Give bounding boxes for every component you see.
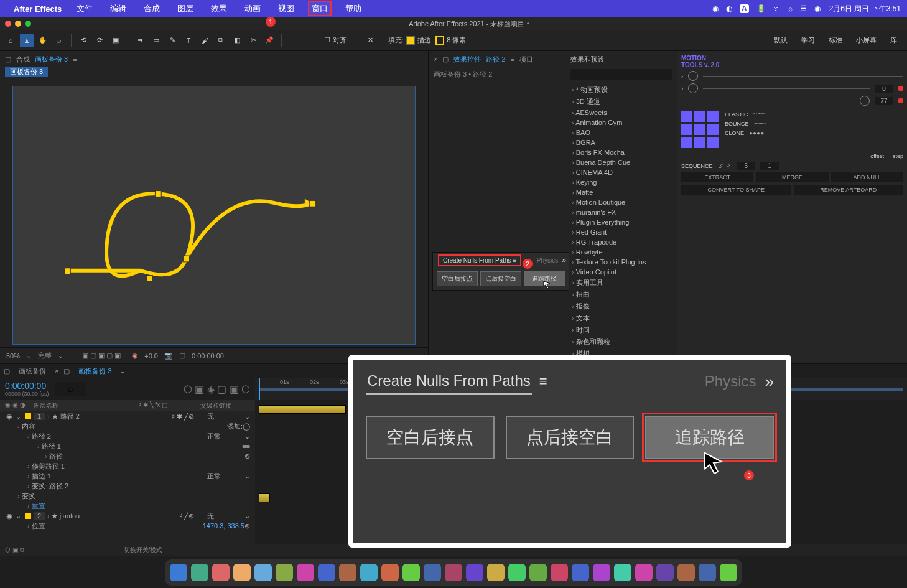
effects-item[interactable]: BGRA [568,138,674,147]
menu-animation[interactable]: 动画 [241,1,264,16]
layer-row[interactable]: ◉⌄1★ 路径 2♯ ✱ ╱⊚无⌄ [0,411,255,421]
timeline-search[interactable]: ⌕ [55,382,86,396]
dock-app-icon[interactable] [487,564,505,581]
effects-item[interactable]: 文本 [568,312,674,324]
effect-controls-tab[interactable]: 效果控件 [454,55,481,64]
zoom-tab-nulls[interactable]: Create Nulls From Paths [366,368,532,395]
snap-icon[interactable]: ✕ [368,36,373,44]
dock-app-icon[interactable] [508,564,526,581]
ease-handle[interactable] [860,96,870,106]
dock-app-icon[interactable] [656,564,674,581]
hamburger-icon[interactable]: ≡ [539,373,547,390]
dock-app-icon[interactable] [276,564,293,581]
roto-tool[interactable]: ✂ [246,34,260,47]
zoom-points-follow-button[interactable]: 空白后接点 [366,416,495,459]
fill-swatch[interactable] [406,36,415,45]
eraser-tool[interactable]: ◧ [230,34,244,47]
more-icon[interactable]: » [765,372,774,391]
effects-item[interactable]: Motion Boutique [568,197,674,207]
workspace-default[interactable]: 默认 [774,35,788,45]
dock-app-icon[interactable] [170,564,187,581]
brush-tool[interactable]: 🖌 [198,34,212,47]
more-icon[interactable]: » [562,256,566,264]
dock-app-icon[interactable] [593,564,610,581]
effects-item[interactable]: CINEMA 4D [568,167,674,177]
dock-app-icon[interactable] [614,564,631,581]
zoom-tab-physics[interactable]: Physics [705,373,756,390]
physics-tab[interactable]: Physics [537,257,558,264]
workspace-small[interactable]: 小屏幕 [856,35,877,45]
dock-app-icon[interactable] [381,564,399,581]
puppet-tool[interactable]: 📌 [263,34,276,47]
viewer-breadcrumb[interactable]: 画板备份 3 [5,67,48,77]
menu-effect[interactable]: 效果 [207,1,231,16]
clock[interactable]: 2月6日 周日 下午3:51 [829,4,901,14]
battery-icon[interactable]: 🔋 [756,4,766,13]
remove-artboard-button[interactable]: REMOVE ARTBOARD [794,185,904,195]
effects-item[interactable]: Boris FX Mocha [568,147,674,157]
effects-item[interactable]: Matte [568,187,674,197]
menu-window[interactable]: 窗口 [308,1,332,16]
effects-item[interactable]: 报像 [568,301,674,312]
effects-item[interactable]: 3D 通道 [568,96,674,108]
viewer-timecode[interactable]: 0:00:00:00 [192,352,224,360]
toggle-switches[interactable]: 切换开关/模式 [124,546,163,554]
workspace-learn[interactable]: 学习 [801,35,815,45]
dock-app-icon[interactable] [635,564,653,581]
a-icon[interactable]: A [740,4,749,13]
effects-item[interactable]: 杂色和颗粒 [568,336,674,348]
convert-shape-button[interactable]: CONVERT TO SHAPE [681,185,791,195]
zoom-nulls-follow-button[interactable]: 点后接空白 [506,416,635,459]
composition-canvas[interactable] [12,86,416,345]
layer-prop[interactable]: 路径⊚ [0,451,255,461]
layer-row[interactable]: ◉⌄2★ jiantou♯ ╱⊚无⌄ [0,511,255,521]
shape-tool[interactable]: ▭ [149,34,163,47]
effects-item[interactable]: 实用工具 [568,277,674,289]
layer-prop[interactable]: 变换: 路径 2 [0,481,255,491]
search-icon[interactable]: ⌕ [788,4,793,13]
cc-icon[interactable]: ◐ [726,4,732,13]
effects-item[interactable]: Rowbyte [568,247,674,257]
timeline-tab-active[interactable]: 画板备份 3 [75,365,115,377]
effects-item[interactable]: RG Trapcode [568,237,674,247]
layer-prop[interactable]: 描边 1正常⌄ [0,471,255,481]
effects-item[interactable]: Buena Depth Cue [568,157,674,167]
effects-item[interactable]: muranin's FX [568,207,674,217]
effects-item[interactable]: Red Giant [568,227,674,237]
siri-icon[interactable]: ◉ [814,4,821,13]
home-tool[interactable]: ⌂ [4,34,17,47]
anchor-tool[interactable]: ⬌ [133,34,147,47]
layer-prop[interactable]: 位置1470.3, 338.5⊚ [0,521,255,531]
layer-prop[interactable]: 内容添加:◯ [0,421,255,431]
extract-button[interactable]: EXTRACT [681,172,753,182]
dock-app-icon[interactable] [339,564,356,581]
effects-item[interactable]: Plugin Everything [568,217,674,227]
project-tab[interactable]: 项目 [519,55,533,64]
dock-app-icon[interactable] [360,564,378,581]
effects-item[interactable]: 时间 [568,324,674,336]
layer-prop[interactable]: 重置 [0,501,255,511]
nulls-tab[interactable]: Create Nulls From Paths ≡ [438,254,521,266]
viewer-tab[interactable]: 画板备份 3 [35,55,68,64]
snapshot-icon[interactable]: 📷 [164,352,173,360]
layer-prop[interactable]: 路径 2正常⌄ [0,431,255,441]
resolution[interactable]: 完整 [38,351,52,360]
effects-item[interactable]: Video Copilot [568,267,674,277]
addnull-button[interactable]: ADD NULL [831,172,903,182]
stroke-width[interactable]: 8 像素 [447,35,466,45]
layer-bar[interactable] [259,405,346,414]
nulls-follow-points-button[interactable]: 点后接空白 [480,271,521,286]
pen-tool[interactable]: ✎ [165,34,179,47]
dock-app-icon[interactable] [699,564,716,581]
dock-app-icon[interactable] [445,564,462,581]
menu-file[interactable]: 文件 [73,1,96,16]
dock-app-icon[interactable] [254,564,272,581]
ease-handle[interactable] [688,83,698,93]
layer-prop[interactable]: 变换 [0,491,255,501]
layer-prop[interactable]: 修剪路径 1 [0,461,255,471]
type-tool[interactable]: T [182,34,195,47]
traffic-lights[interactable] [5,21,31,27]
wifi-icon[interactable]: ᯤ [773,4,781,13]
effects-item[interactable]: Texture Toolkit Plug-ins [568,257,674,267]
current-timecode[interactable]: 0:00:00:00 [5,381,49,391]
